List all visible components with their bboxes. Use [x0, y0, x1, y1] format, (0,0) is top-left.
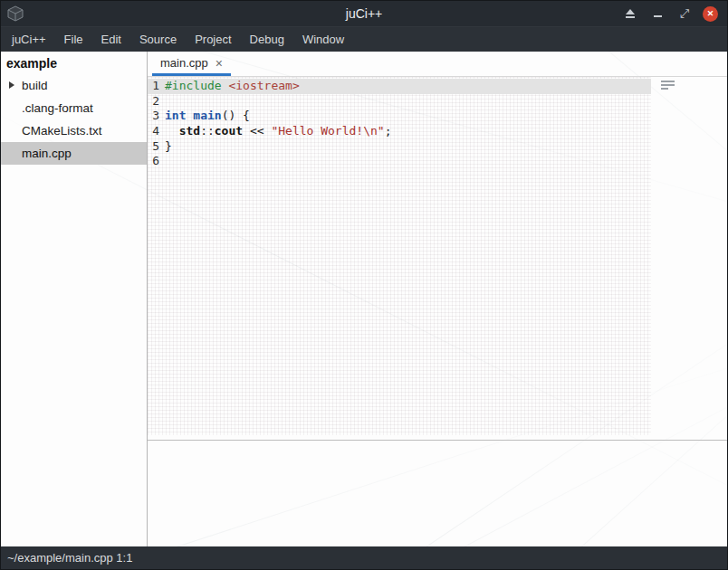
tree-item-label: CMakeLists.txt	[22, 124, 102, 138]
tree-item-label: build	[22, 79, 48, 92]
expander-icon[interactable]	[9, 81, 14, 89]
tree-item-label: main.cpp	[22, 147, 72, 160]
minimize-button[interactable]	[648, 5, 666, 23]
close-icon: ✕	[707, 10, 714, 18]
sidebar-item-main-cpp[interactable]: main.cpp	[1, 142, 147, 165]
window-controls: ⤢ ✕	[621, 5, 727, 23]
app-window: juCi++ ⤢ ✕ juCi++ File Edit Source Proje…	[0, 0, 728, 570]
code-line[interactable]: 2	[148, 94, 651, 109]
sidebar-item-build[interactable]: build	[1, 74, 147, 97]
line-number: 2	[148, 94, 159, 109]
tree-item-label: .clang-format	[22, 101, 93, 115]
keep-above-icon[interactable]	[621, 5, 639, 23]
code-text: std::cout << "Hello World!\n";	[165, 124, 391, 139]
line-number: 5	[148, 139, 159, 155]
window-title: juCi++	[1, 6, 727, 21]
code-text: int main() {	[165, 109, 250, 124]
code-lines[interactable]: 1#include <iostream>23int main() {4 std:…	[148, 77, 651, 435]
content-area: example build .clang-format CMakeLists.t…	[1, 52, 727, 546]
status-file-path: ~/example/main.cpp 1:1	[7, 551, 132, 565]
tab-close-icon[interactable]: ×	[216, 57, 223, 70]
menu-source[interactable]: Source	[130, 27, 186, 52]
line-number: 6	[148, 154, 159, 169]
code-line[interactable]: 1#include <iostream>	[148, 79, 651, 94]
scrollbar-overview-marks	[661, 81, 675, 90]
code-text: }	[165, 139, 172, 155]
status-bar: ~/example/main.cpp 1:1	[1, 546, 727, 569]
menu-project[interactable]: Project	[186, 27, 240, 52]
code-text: #include <iostream>	[165, 79, 300, 94]
app-icon	[6, 5, 24, 23]
eject-icon	[626, 9, 635, 18]
line-number: 3	[148, 109, 159, 124]
code-line[interactable]: 4 std::cout << "Hello World!\n";	[148, 124, 651, 139]
menu-bar: juCi++ File Edit Source Project Debug Wi…	[1, 26, 727, 52]
menu-edit[interactable]: Edit	[92, 27, 130, 52]
code-line[interactable]: 6	[148, 154, 651, 169]
code-line[interactable]: 3int main() {	[148, 109, 651, 124]
code-editor[interactable]: 1#include <iostream>23int main() {4 std:…	[148, 77, 727, 440]
tab-main-cpp[interactable]: main.cpp ×	[152, 52, 231, 76]
menu-file[interactable]: File	[55, 27, 92, 52]
maximize-button[interactable]: ⤢	[675, 5, 694, 23]
code-line[interactable]: 5}	[148, 139, 651, 155]
sidebar-item-cmakelists[interactable]: CMakeLists.txt	[1, 119, 147, 142]
menu-jucipp[interactable]: juCi++	[3, 27, 55, 52]
tab-bar: main.cpp ×	[148, 52, 727, 77]
file-tree-sidebar: example build .clang-format CMakeLists.t…	[1, 52, 148, 546]
sidebar-item-clang-format[interactable]: .clang-format	[1, 97, 147, 119]
line-number: 1	[148, 79, 159, 94]
maximize-icon: ⤢	[680, 6, 689, 21]
menu-debug[interactable]: Debug	[241, 27, 293, 52]
main-column: main.cpp × 1#include <iostream>23int mai…	[148, 52, 727, 546]
menu-window[interactable]: Window	[293, 27, 353, 52]
tree-root-label[interactable]: example	[1, 52, 147, 74]
terminal-panel[interactable]	[148, 441, 727, 546]
tab-label: main.cpp	[160, 56, 208, 70]
close-button[interactable]: ✕	[703, 6, 718, 22]
line-number: 4	[148, 124, 159, 139]
title-bar[interactable]: juCi++ ⤢ ✕	[1, 1, 727, 26]
minimize-icon	[654, 15, 662, 17]
